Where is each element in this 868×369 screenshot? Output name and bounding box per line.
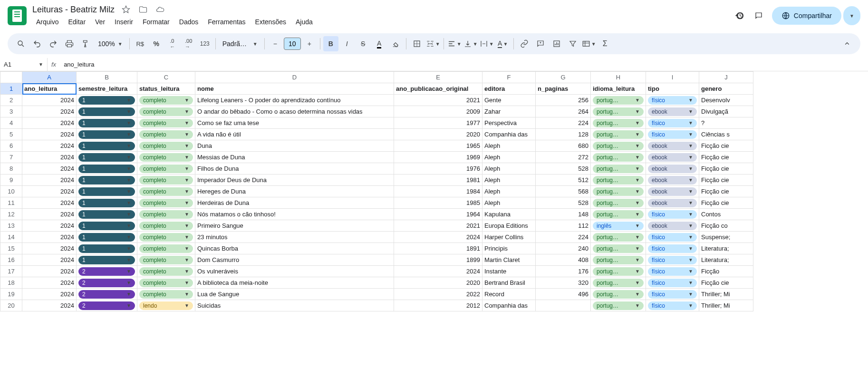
cell[interactable]: 2021: [394, 220, 482, 232]
cell[interactable]: físico▼: [646, 243, 699, 254]
cell[interactable]: 2012: [394, 300, 482, 311]
cell[interactable]: completo▼: [137, 220, 195, 232]
row-header-2[interactable]: 2: [0, 95, 22, 106]
menu-editar[interactable]: Editar: [64, 16, 89, 28]
cell[interactable]: 1▼: [77, 232, 137, 243]
cell[interactable]: Ficção: [699, 266, 753, 277]
cell[interactable]: 1977: [394, 117, 482, 129]
col-header-I[interactable]: I: [646, 72, 699, 83]
cell[interactable]: 2024: [22, 106, 77, 117]
chip-chip-sem1[interactable]: 1▼: [78, 199, 135, 207]
chip-chip-sem2[interactable]: 2▼: [78, 267, 135, 276]
cell-A1[interactable]: tipo: [646, 83, 699, 95]
cell[interactable]: 2▼: [77, 300, 137, 311]
cell[interactable]: 1▼: [77, 152, 137, 163]
cell[interactable]: 2024: [22, 277, 77, 289]
cell[interactable]: Messias de Duna: [195, 152, 394, 163]
col-header-B[interactable]: B: [77, 72, 137, 83]
cell[interactable]: ?: [699, 117, 753, 129]
cell[interactable]: 528: [536, 197, 591, 209]
cell[interactable]: 256: [536, 95, 591, 106]
comment-icon[interactable]: [753, 10, 764, 21]
chip-chip-completo[interactable]: completo▼: [139, 130, 193, 139]
cell[interactable]: Suspense;: [699, 232, 753, 243]
text-color-button[interactable]: A: [372, 36, 387, 51]
filter-button[interactable]: [565, 36, 580, 51]
cell[interactable]: Contos: [699, 209, 753, 220]
cell[interactable]: 2009: [394, 106, 482, 117]
spreadsheet-grid[interactable]: ABCDEFGHIJ1ano_leiturasemestre_leiturast…: [0, 71, 868, 364]
collapse-toolbar-icon[interactable]: [839, 36, 855, 51]
col-header-G[interactable]: G: [536, 72, 591, 83]
cell[interactable]: portug…▼: [591, 152, 646, 163]
cell[interactable]: 2024: [394, 266, 482, 277]
cell[interactable]: 128: [536, 129, 591, 140]
cell[interactable]: completo▼: [137, 232, 195, 243]
halign-button[interactable]: ▼: [447, 36, 462, 51]
share-button[interactable]: Compartilhar: [772, 7, 841, 25]
history-icon[interactable]: [734, 10, 745, 21]
cell-A1[interactable]: n_paginas: [536, 83, 591, 95]
chip-chip-ebook[interactable]: ebook▼: [648, 153, 697, 162]
cell[interactable]: 1984: [394, 186, 482, 197]
row-header-1[interactable]: 1: [0, 83, 22, 95]
chip-chip-ebook[interactable]: ebook▼: [648, 199, 697, 207]
cell[interactable]: Os vulneráveis: [195, 266, 394, 277]
chip-chip-fisico[interactable]: físico▼: [648, 210, 697, 219]
cell[interactable]: 512: [536, 175, 591, 186]
cell[interactable]: Ficção cie: [699, 152, 753, 163]
cell[interactable]: ebook▼: [646, 163, 699, 175]
strike-button[interactable]: S: [356, 36, 371, 51]
chip-chip-sem1[interactable]: 1▼: [78, 256, 135, 264]
menu-ver[interactable]: Ver: [91, 16, 109, 28]
chip-chip-completo[interactable]: completo▼: [139, 96, 193, 105]
chip-chip-completo[interactable]: completo▼: [139, 267, 193, 276]
cell[interactable]: 264: [536, 106, 591, 117]
chip-chip-portug[interactable]: portug…▼: [593, 130, 644, 139]
chip-chip-fisico[interactable]: físico▼: [648, 267, 697, 276]
chip-chip-portug[interactable]: portug…▼: [593, 267, 644, 276]
doc-title[interactable]: Leituras - Beatriz Milz: [32, 5, 115, 15]
cell-A1[interactable]: genero: [699, 83, 753, 95]
paint-format-icon[interactable]: [78, 36, 93, 51]
cell[interactable]: Filhos de Duna: [195, 163, 394, 175]
chip-chip-fisico[interactable]: físico▼: [648, 290, 697, 299]
cell[interactable]: Divulgaçã: [699, 106, 753, 117]
row-header-6[interactable]: 6: [0, 140, 22, 152]
cell[interactable]: 2024: [22, 300, 77, 311]
cell[interactable]: completo▼: [137, 106, 195, 117]
cell[interactable]: completo▼: [137, 152, 195, 163]
star-icon[interactable]: [120, 4, 132, 15]
cell[interactable]: físico▼: [646, 266, 699, 277]
cell[interactable]: Aleph: [482, 163, 536, 175]
cell[interactable]: Ficção cie: [699, 140, 753, 152]
cell-A1[interactable]: editora: [482, 83, 536, 95]
cell-A1[interactable]: idioma_leitura: [591, 83, 646, 95]
chip-chip-lendo[interactable]: lendo▼: [139, 301, 193, 310]
chip-chip-fisico[interactable]: físico▼: [648, 119, 697, 127]
link-button[interactable]: [517, 36, 532, 51]
cell[interactable]: 1▼: [77, 243, 137, 254]
cell[interactable]: 112: [536, 220, 591, 232]
font-size-input[interactable]: [284, 38, 301, 50]
cell[interactable]: Aleph: [482, 197, 536, 209]
cell[interactable]: ebook▼: [646, 175, 699, 186]
cell[interactable]: físico▼: [646, 209, 699, 220]
cell[interactable]: ebook▼: [646, 140, 699, 152]
cell[interactable]: físico▼: [646, 254, 699, 266]
cell[interactable]: 1891: [394, 243, 482, 254]
cell[interactable]: 2020: [394, 277, 482, 289]
chip-chip-sem1[interactable]: 1▼: [78, 187, 135, 196]
undo-icon[interactable]: [29, 36, 45, 51]
cell[interactable]: portug…▼: [591, 163, 646, 175]
cell[interactable]: portug…▼: [591, 140, 646, 152]
cell[interactable]: Aleph: [482, 175, 536, 186]
cell[interactable]: Martin Claret: [482, 254, 536, 266]
col-header-F[interactable]: F: [482, 72, 536, 83]
cell[interactable]: 2024: [22, 152, 77, 163]
format-123-button[interactable]: 123: [197, 36, 212, 51]
menu-ferramentas[interactable]: Ferramentas: [204, 16, 249, 28]
cell-A1[interactable]: semestre_leitura: [77, 83, 137, 95]
chip-chip-portug[interactable]: portug…▼: [593, 290, 644, 299]
cell[interactable]: 2024: [22, 266, 77, 277]
